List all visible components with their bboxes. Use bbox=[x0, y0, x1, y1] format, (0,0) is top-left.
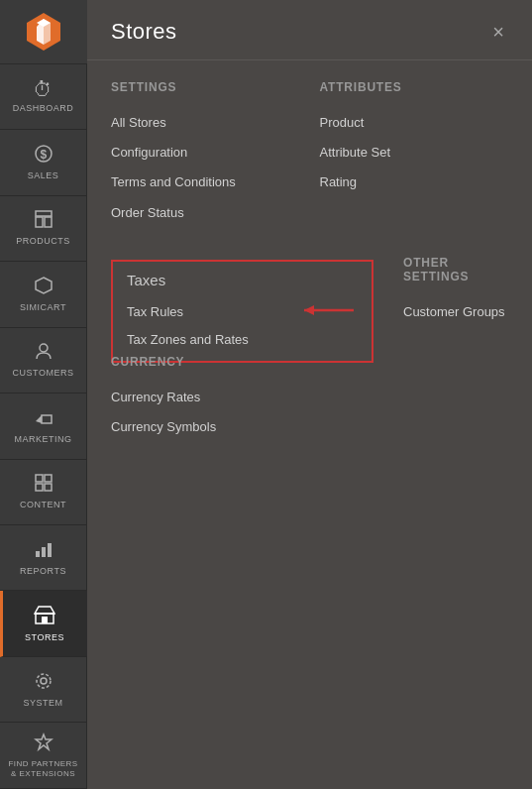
currency-section-title: Currency bbox=[111, 355, 310, 369]
attribute-set-link[interactable]: Attribute Set bbox=[320, 138, 509, 168]
sidebar-item-label: SIMICART bbox=[20, 302, 66, 313]
panel-content: Settings All Stores Configuration Terms … bbox=[87, 60, 532, 482]
svg-marker-11 bbox=[36, 415, 42, 423]
sidebar-item-label: CONTENT bbox=[20, 500, 66, 510]
settings-section: Settings All Stores Configuration Terms … bbox=[111, 76, 310, 252]
sidebar-item-label: CUSTOMERS bbox=[13, 368, 74, 379]
sidebar: ⏱ DASHBOARD $ SALES PRODUCTS SIMICART CU… bbox=[0, 0, 87, 789]
sidebar-logo bbox=[0, 0, 87, 64]
terms-conditions-link[interactable]: Terms and Conditions bbox=[111, 168, 290, 197]
sidebar-item-simicart[interactable]: SIMICART bbox=[0, 262, 87, 327]
content-icon bbox=[34, 473, 53, 496]
dashboard-icon: ⏱ bbox=[33, 79, 53, 99]
currency-block: Currency Currency Rates Currency Symbols bbox=[111, 355, 310, 442]
sidebar-item-products[interactable]: PRODUCTS bbox=[0, 196, 87, 262]
svg-rect-22 bbox=[42, 617, 48, 623]
sidebar-item-reports[interactable]: REPORTS bbox=[0, 525, 87, 591]
svg-point-24 bbox=[37, 674, 51, 688]
sales-icon: $ bbox=[34, 144, 53, 167]
sidebar-item-label: STORES bbox=[25, 632, 64, 643]
settings-block: Settings All Stores Configuration Terms … bbox=[111, 80, 290, 228]
sidebar-item-label: SALES bbox=[28, 170, 59, 181]
marketing-icon bbox=[34, 407, 53, 430]
stores-icon bbox=[34, 604, 55, 628]
svg-rect-8 bbox=[36, 211, 52, 216]
svg-rect-14 bbox=[45, 475, 52, 482]
sidebar-item-label: SYSTEM bbox=[23, 698, 62, 709]
svg-point-23 bbox=[41, 678, 47, 684]
sidebar-item-system[interactable]: SYSTEM bbox=[0, 657, 87, 723]
sidebar-item-label: FIND PARTNERS& EXTENSIONS bbox=[8, 759, 77, 778]
svg-rect-19 bbox=[48, 543, 52, 557]
svg-rect-15 bbox=[36, 484, 43, 491]
svg-rect-6 bbox=[36, 217, 43, 227]
product-link[interactable]: Product bbox=[320, 108, 509, 138]
svg-rect-17 bbox=[36, 551, 40, 557]
svg-marker-25 bbox=[36, 734, 52, 749]
svg-rect-18 bbox=[42, 547, 46, 557]
other-settings-area: Other Settings Customer Groups bbox=[393, 252, 508, 351]
other-settings-title: Other Settings bbox=[403, 256, 508, 283]
panel-title: Stores bbox=[111, 19, 177, 45]
sidebar-item-sales[interactable]: $ SALES bbox=[0, 130, 87, 195]
sidebar-item-label: MARKETING bbox=[14, 434, 71, 445]
products-icon bbox=[34, 209, 53, 232]
taxes-area: Taxes Tax Rules Tax Zones and Rates bbox=[111, 252, 393, 351]
sidebar-item-label: DASHBOARD bbox=[13, 103, 74, 114]
attributes-block: Attributes Product Attribute Set Rating bbox=[320, 80, 509, 198]
customers-icon bbox=[34, 341, 53, 364]
settings-section-title: Settings bbox=[111, 80, 290, 94]
sidebar-item-label: PRODUCTS bbox=[16, 236, 70, 247]
sidebar-item-partners[interactable]: FIND PARTNERS& EXTENSIONS bbox=[0, 723, 87, 788]
taxes-section-title: Taxes bbox=[127, 272, 358, 288]
simicart-icon bbox=[34, 276, 53, 298]
tax-rules-link[interactable]: Tax Rules bbox=[127, 298, 358, 325]
svg-rect-12 bbox=[42, 415, 52, 423]
stores-panel: Stores × Settings All Stores Configurati… bbox=[87, 0, 532, 789]
all-stores-link[interactable]: All Stores bbox=[111, 108, 290, 138]
rating-link[interactable]: Rating bbox=[320, 168, 509, 197]
svg-rect-13 bbox=[36, 475, 43, 482]
panel-header: Stores × bbox=[87, 0, 532, 60]
configuration-link[interactable]: Configuration bbox=[111, 138, 290, 168]
order-status-link[interactable]: Order Status bbox=[111, 198, 290, 228]
attributes-section: Attributes Product Attribute Set Rating bbox=[310, 76, 509, 252]
sidebar-item-label: REPORTS bbox=[20, 566, 66, 577]
sidebar-item-dashboard[interactable]: ⏱ DASHBOARD bbox=[0, 64, 87, 130]
sidebar-item-marketing[interactable]: MARKETING bbox=[0, 394, 87, 459]
currency-section: Currency Currency Rates Currency Symbols bbox=[111, 351, 310, 466]
currency-rates-link[interactable]: Currency Rates bbox=[111, 383, 310, 412]
attributes-section-title: Attributes bbox=[320, 80, 509, 94]
partners-icon bbox=[34, 733, 53, 755]
sidebar-item-customers[interactable]: CUSTOMERS bbox=[0, 328, 87, 394]
sidebar-item-content[interactable]: CONTENT bbox=[0, 460, 87, 525]
tax-rules-container: Tax Rules bbox=[127, 298, 358, 325]
system-icon bbox=[34, 671, 53, 694]
svg-point-10 bbox=[40, 344, 48, 352]
customer-groups-link[interactable]: Customer Groups bbox=[403, 297, 508, 327]
magento-logo-icon bbox=[23, 11, 64, 53]
reports-icon bbox=[34, 539, 53, 562]
sidebar-item-stores[interactable]: STORES bbox=[0, 591, 87, 656]
svg-rect-16 bbox=[45, 484, 52, 491]
svg-marker-9 bbox=[36, 278, 52, 293]
taxes-section-box: Taxes Tax Rules Tax Zones and Rates bbox=[111, 260, 373, 363]
currency-symbols-link[interactable]: Currency Symbols bbox=[111, 412, 310, 442]
svg-rect-7 bbox=[45, 217, 52, 227]
svg-text:$: $ bbox=[40, 148, 47, 162]
taxes-row: Taxes Tax Rules Tax Zones and Rates bbox=[111, 252, 508, 351]
other-settings-block: Other Settings Customer Groups bbox=[403, 256, 508, 327]
close-button[interactable]: × bbox=[488, 18, 508, 46]
